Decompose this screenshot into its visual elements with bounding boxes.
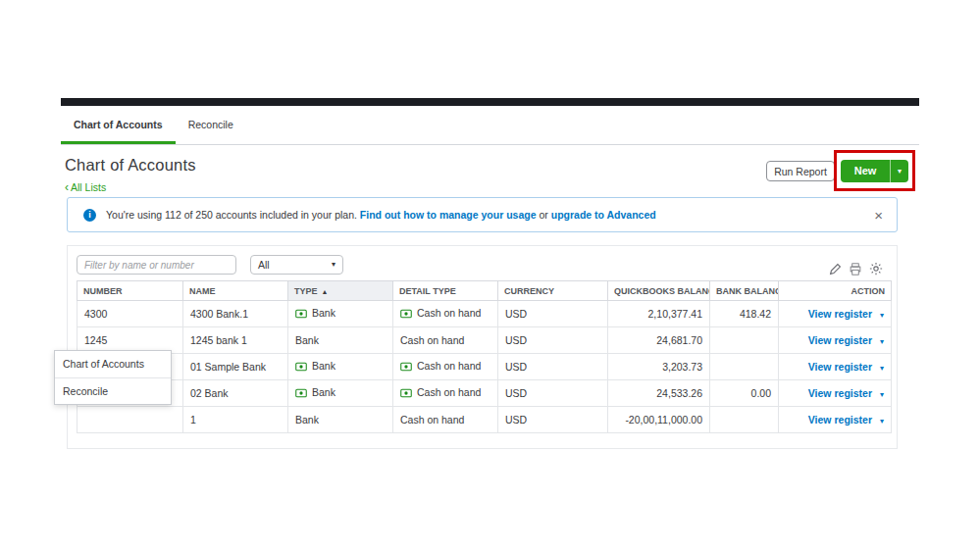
- back-chevron-icon: ‹: [65, 180, 69, 194]
- cell-type-label: Bank: [312, 360, 335, 372]
- cell-number: 4300: [77, 301, 183, 327]
- cell-name: 02 Bank: [183, 380, 288, 407]
- cell-bank-balance: [710, 407, 779, 433]
- money-icon: [400, 309, 412, 321]
- col-type[interactable]: TYPE▲: [288, 281, 393, 301]
- tab-reconcile[interactable]: Reconcile: [176, 106, 246, 144]
- new-button[interactable]: New ▾: [841, 160, 908, 182]
- col-name[interactable]: NAME: [183, 281, 288, 301]
- back-link-all-lists[interactable]: ‹All Lists: [65, 180, 106, 194]
- cell-bank-balance: [710, 354, 779, 380]
- view-register-link[interactable]: View register: [808, 414, 872, 426]
- cell-currency: USD: [498, 327, 608, 354]
- cell-quickbooks-balance: -20,00,11,000.00: [608, 407, 710, 433]
- cell-type: Bank: [288, 407, 393, 433]
- dropdown-caret-icon: ▾: [332, 256, 335, 274]
- cell-quickbooks-balance: 2,10,377.41: [608, 301, 710, 327]
- cell-detail-type: Cash on hand: [393, 301, 498, 327]
- table-row[interactable]: 01 Sample Bank Bank Cash on hand USD 3,2…: [77, 354, 892, 380]
- table-row[interactable]: 1 Bank Cash on hand USD -20,00,11,000.00…: [77, 407, 892, 433]
- col-detail-type[interactable]: DETAIL TYPE: [393, 281, 498, 301]
- cell-action: View register▾: [779, 380, 892, 407]
- col-currency[interactable]: CURRENCY: [498, 281, 608, 301]
- cell-bank-balance: [710, 327, 779, 354]
- cell-quickbooks-balance: 24,681.70: [608, 327, 710, 354]
- col-bank-balance[interactable]: BANK BALANCE: [710, 281, 779, 301]
- cell-name: 4300 Bank.1: [183, 301, 288, 327]
- banner-text: You're using 112 of 250 accounts include…: [106, 209, 656, 221]
- sort-ascending-icon: ▲: [322, 288, 329, 295]
- col-number[interactable]: NUMBER: [77, 281, 183, 301]
- money-icon: [295, 309, 307, 321]
- col-action: ACTION: [779, 281, 892, 301]
- cell-action: View register▾: [779, 354, 892, 380]
- view-register-caret-icon[interactable]: ▾: [880, 311, 884, 320]
- accounts-table: NUMBER NAME TYPE▲ DETAIL TYPE CURRENCY Q…: [77, 280, 892, 433]
- cell-action: View register▾: [779, 407, 892, 433]
- cell-number: [77, 407, 183, 433]
- cell-action: View register▾: [779, 327, 892, 354]
- run-report-button[interactable]: Run Report: [766, 161, 835, 181]
- new-button-label: New: [841, 160, 890, 182]
- view-register-link[interactable]: View register: [808, 334, 872, 346]
- plan-usage-banner: i You're using 112 of 250 accounts inclu…: [67, 197, 898, 232]
- info-icon: i: [83, 209, 96, 222]
- gear-icon[interactable]: [869, 262, 883, 276]
- cell-type: Bank: [288, 380, 393, 407]
- navigation-context-menu: Chart of Accounts Reconcile: [54, 350, 172, 405]
- cell-type-label: Bank: [312, 386, 335, 398]
- context-menu-item-chart-of-accounts[interactable]: Chart of Accounts: [55, 351, 171, 377]
- money-icon: [400, 388, 412, 400]
- view-register-caret-icon[interactable]: ▾: [880, 390, 884, 399]
- cell-name: 1: [183, 407, 288, 433]
- cell-type: Bank: [288, 301, 393, 327]
- type-filter-dropdown[interactable]: All ▾: [250, 255, 343, 275]
- cell-detail-type: Cash on hand: [393, 407, 498, 433]
- col-quickbooks-balance[interactable]: QUICKBOOKS BALANCE: [608, 281, 710, 301]
- cell-type-label: Bank: [312, 307, 335, 319]
- cell-currency: USD: [498, 354, 608, 380]
- upgrade-advanced-link[interactable]: upgrade to Advanced: [551, 209, 656, 221]
- cell-action: View register▾: [779, 301, 892, 327]
- table-toolbar: [829, 262, 883, 276]
- cell-detail-type: Cash on hand: [393, 327, 498, 354]
- view-register-link[interactable]: View register: [808, 361, 872, 373]
- cell-detail-label: Cash on hand: [417, 386, 481, 398]
- edit-pencil-icon[interactable]: [829, 263, 842, 276]
- cell-currency: USD: [498, 301, 608, 327]
- type-filter-value: All: [258, 259, 270, 271]
- table-row[interactable]: 4300 4300 Bank.1 Bank Cash on hand USD 2…: [77, 301, 892, 327]
- cell-type: Bank: [288, 354, 393, 380]
- view-register-link[interactable]: View register: [808, 308, 872, 320]
- tab-bar: Chart of Accounts Reconcile: [61, 106, 919, 145]
- banner-connector: or: [539, 209, 547, 221]
- banner-close-icon[interactable]: ×: [874, 207, 883, 224]
- view-register-link[interactable]: View register: [808, 387, 872, 399]
- col-type-label: TYPE: [294, 286, 318, 296]
- cell-currency: USD: [498, 380, 608, 407]
- tab-chart-of-accounts[interactable]: Chart of Accounts: [61, 106, 176, 144]
- page: Chart of Accounts Reconcile Chart of Acc…: [0, 0, 980, 551]
- cell-name: 1245 bank 1: [183, 327, 288, 354]
- context-menu-item-reconcile[interactable]: Reconcile: [55, 377, 171, 404]
- filter-input[interactable]: [77, 255, 236, 275]
- cell-detail-label: Cash on hand: [417, 360, 481, 372]
- printer-icon[interactable]: [849, 263, 862, 276]
- manage-usage-link[interactable]: Find out how to manage your usage: [360, 209, 537, 221]
- cell-quickbooks-balance: 24,533.26: [608, 380, 710, 407]
- cell-detail-type: Cash on hand: [393, 354, 498, 380]
- cell-detail-type: Cash on hand: [393, 380, 498, 407]
- new-dropdown-caret-icon[interactable]: ▾: [890, 160, 908, 182]
- back-link-label: All Lists: [71, 181, 106, 193]
- cell-currency: USD: [498, 407, 608, 433]
- view-register-caret-icon[interactable]: ▾: [880, 337, 884, 346]
- cell-bank-balance: 418.42: [710, 301, 779, 327]
- view-register-caret-icon[interactable]: ▾: [880, 364, 884, 373]
- banner-message: You're using 112 of 250 accounts include…: [106, 209, 357, 221]
- page-title: Chart of Accounts: [65, 156, 196, 175]
- money-icon: [400, 362, 412, 374]
- table-row[interactable]: 02 Bank Bank Cash on hand USD 24,533.26 …: [77, 380, 892, 407]
- money-icon: [295, 362, 307, 374]
- table-row[interactable]: 1245 1245 bank 1 Bank Cash on hand USD 2…: [77, 327, 892, 354]
- view-register-caret-icon[interactable]: ▾: [880, 417, 884, 426]
